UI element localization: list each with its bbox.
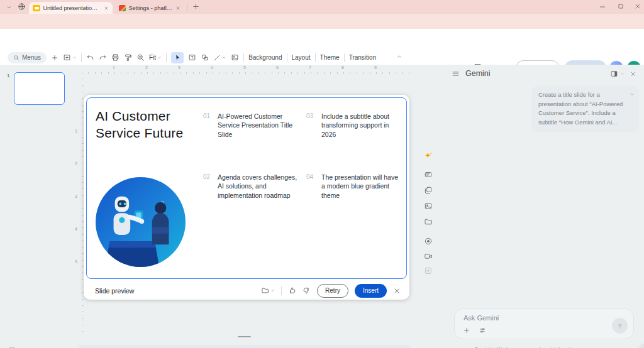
menus-search-label: Menus xyxy=(22,54,41,61)
retry-button[interactable]: Retry xyxy=(317,284,348,298)
print-button[interactable] xyxy=(111,53,119,62)
insert-button[interactable]: Insert xyxy=(355,284,387,298)
toolbar-divider xyxy=(287,53,287,62)
toolbar-divider xyxy=(243,53,244,62)
transition-button[interactable]: Transition xyxy=(349,54,377,61)
thumbs-down-icon[interactable] xyxy=(303,286,311,295)
browser-window: Untitled presentation - Googl Settings -… xyxy=(0,0,644,348)
item-number: 04 xyxy=(306,173,313,180)
ruler-number: 5 xyxy=(243,65,246,70)
ruler-number: 7 xyxy=(309,65,311,70)
ruler-number: 8 xyxy=(341,65,344,70)
ruler-number: 4 xyxy=(211,65,213,70)
ruler-number: 3 xyxy=(178,65,180,70)
tab-close-icon[interactable] xyxy=(104,6,109,11)
thumbs-up-icon[interactable] xyxy=(288,286,296,295)
side-rail xyxy=(419,65,440,348)
tab-search-chevron-icon[interactable] xyxy=(6,4,13,11)
close-panel-icon[interactable] xyxy=(630,70,636,77)
ruler-number: 5 xyxy=(75,259,77,264)
panel-layout-icon[interactable] xyxy=(610,70,625,78)
ruler-number: 1 xyxy=(113,65,115,70)
notes-resize-handle[interactable] xyxy=(238,336,251,337)
slide-title: AI Customer Service Future xyxy=(96,108,209,142)
ruler-number: 2 xyxy=(145,65,148,70)
paint-format-button[interactable] xyxy=(124,53,132,62)
ruler-number: 9 xyxy=(374,65,377,70)
gemini-sparkle-icon[interactable] xyxy=(424,151,433,163)
redo-button[interactable] xyxy=(99,53,107,62)
panel-edge-handle[interactable] xyxy=(638,344,644,348)
text-box-tool-button[interactable] xyxy=(188,53,196,62)
gemini-composer[interactable] xyxy=(454,308,634,339)
slides-favicon xyxy=(33,5,40,11)
item-text: AI-Powered Customer Service Presentation… xyxy=(218,112,297,139)
tune-prompt-icon[interactable] xyxy=(479,327,486,334)
folder-icon[interactable] xyxy=(424,217,433,226)
item-text: The presentation will have a modern blue… xyxy=(321,173,401,200)
quick-add-button[interactable] xyxy=(51,54,58,62)
send-prompt-button[interactable] xyxy=(612,318,628,334)
tab-close-icon[interactable] xyxy=(175,6,180,11)
camera-icon[interactable] xyxy=(424,252,433,261)
select-tool-button-active[interactable] xyxy=(171,52,184,63)
gemini-header: Gemini xyxy=(452,68,636,79)
layout-button[interactable]: Layout xyxy=(292,54,311,61)
tab-title: Untitled presentation - Googl xyxy=(43,5,101,11)
attach-plus-icon[interactable] xyxy=(463,327,470,334)
preview-label: Slide preview xyxy=(95,287,134,295)
layers-icon[interactable] xyxy=(424,186,433,195)
user-prompt-text: Create a title slide for a presentation … xyxy=(538,91,623,126)
move-to-folder-icon[interactable] xyxy=(261,286,275,295)
robot-human-illustration xyxy=(96,177,186,267)
dismiss-preview-icon[interactable] xyxy=(393,287,401,295)
user-prompt-bubble[interactable]: Create a title slide for a presentation … xyxy=(531,85,639,133)
ruler-number: 3 xyxy=(75,194,77,198)
horizontal-ruler: 1 2 3 4 5 6 7 8 9 xyxy=(82,67,412,74)
add-box-icon xyxy=(424,266,433,275)
menus-search-button[interactable]: Menus xyxy=(8,52,47,63)
undo-button[interactable] xyxy=(86,53,94,62)
image-icon[interactable] xyxy=(424,202,433,210)
item-number: 02 xyxy=(203,173,210,180)
ask-gemini-input[interactable] xyxy=(464,314,589,322)
slide-thumbnail[interactable] xyxy=(14,72,65,105)
shape-tool-button[interactable] xyxy=(201,53,209,62)
vertical-ruler: 1 2 3 4 5 xyxy=(76,77,84,332)
item-text: Include a subtitle about transforming su… xyxy=(321,112,401,139)
slides-toolbar: Menus Fit Background Layout Theme xyxy=(0,50,448,65)
zoom-button[interactable] xyxy=(136,53,145,62)
fit-zoom-dropdown[interactable]: Fit xyxy=(149,54,162,61)
new-tab-button[interactable] xyxy=(192,3,200,11)
ruler-number: 2 xyxy=(75,161,77,166)
toolbar-collapse-icon[interactable] xyxy=(396,53,402,60)
window-minimize-button[interactable] xyxy=(599,3,606,10)
window-maximize-button[interactable] xyxy=(617,3,625,10)
browser-tab-active[interactable]: Untitled presentation - Googl xyxy=(29,2,113,14)
new-slide-button[interactable] xyxy=(63,53,77,62)
generated-slide[interactable]: AI Customer Service Future 01 AI-Powered… xyxy=(86,97,407,279)
item-text: Agenda covers challenges, AI solutions, … xyxy=(218,173,297,200)
ruler-number: 1 xyxy=(75,129,77,133)
background-button[interactable]: Background xyxy=(248,54,282,61)
browser-tab-inactive[interactable]: Settings - phatlt@scuti.asia - W xyxy=(115,2,184,14)
tab-title: Settings - phatlt@scuti.asia - W xyxy=(129,5,172,11)
speaker-notes[interactable]: Click to add speaker notes xyxy=(79,345,411,348)
theme-button[interactable]: Theme xyxy=(320,54,340,61)
card-list-icon[interactable] xyxy=(424,170,433,179)
gemini-panel: Gemini Create a title slide for a presen… xyxy=(440,65,644,348)
insert-image-button[interactable] xyxy=(231,53,239,62)
ruler-number: 4 xyxy=(75,227,77,231)
globe-icon[interactable] xyxy=(18,3,26,11)
tab-divider xyxy=(187,4,187,11)
ruler-number: 6 xyxy=(276,65,279,70)
window-close-button[interactable] xyxy=(634,3,641,10)
bar-divider xyxy=(281,286,282,295)
line-tool-button[interactable] xyxy=(213,54,226,62)
record-icon[interactable] xyxy=(424,237,433,246)
gemini-menu-icon[interactable] xyxy=(452,70,460,78)
expand-prompt-icon[interactable] xyxy=(629,91,635,97)
slides-header: Untitled presentation File Edit View Ins… xyxy=(0,29,644,50)
workspace: 1 1 2 3 4 5 6 7 8 9 1 2 3 4 5 AI Custome… xyxy=(0,65,644,348)
toolbar-divider xyxy=(344,53,345,62)
